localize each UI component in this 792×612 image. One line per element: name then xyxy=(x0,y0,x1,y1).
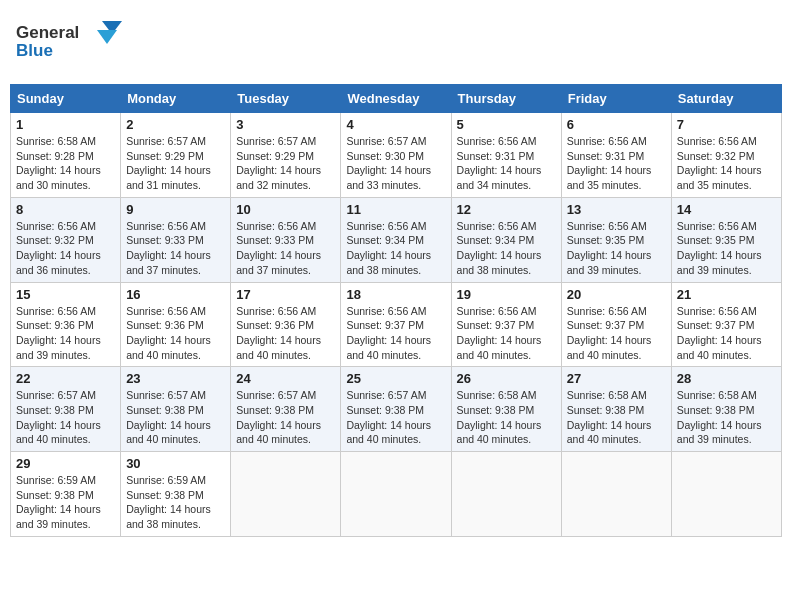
daylight-label: Daylight: 14 hours and 39 minutes. xyxy=(16,334,101,361)
daylight-label: Daylight: 14 hours and 33 minutes. xyxy=(346,164,431,191)
day-number: 24 xyxy=(236,371,335,386)
daylight-label: Daylight: 14 hours and 40 minutes. xyxy=(567,334,652,361)
daylight-label: Daylight: 14 hours and 39 minutes. xyxy=(16,503,101,530)
sunrise-label: Sunrise: 6:57 AM xyxy=(346,135,426,147)
sunset-label: Sunset: 9:38 PM xyxy=(16,404,94,416)
daylight-label: Daylight: 14 hours and 30 minutes. xyxy=(16,164,101,191)
day-info: Sunrise: 6:56 AM Sunset: 9:36 PM Dayligh… xyxy=(16,304,115,363)
week-row-3: 15 Sunrise: 6:56 AM Sunset: 9:36 PM Dayl… xyxy=(11,282,782,367)
day-info: Sunrise: 6:56 AM Sunset: 9:31 PM Dayligh… xyxy=(457,134,556,193)
day-cell: 16 Sunrise: 6:56 AM Sunset: 9:36 PM Dayl… xyxy=(121,282,231,367)
sunset-label: Sunset: 9:35 PM xyxy=(567,234,645,246)
sunset-label: Sunset: 9:29 PM xyxy=(126,150,204,162)
day-info: Sunrise: 6:56 AM Sunset: 9:37 PM Dayligh… xyxy=(346,304,445,363)
day-number: 15 xyxy=(16,287,115,302)
day-number: 26 xyxy=(457,371,556,386)
daylight-label: Daylight: 14 hours and 32 minutes. xyxy=(236,164,321,191)
daylight-label: Daylight: 14 hours and 40 minutes. xyxy=(677,334,762,361)
calendar-header-row: SundayMondayTuesdayWednesdayThursdayFrid… xyxy=(11,85,782,113)
header-cell-tuesday: Tuesday xyxy=(231,85,341,113)
sunset-label: Sunset: 9:38 PM xyxy=(16,489,94,501)
day-info: Sunrise: 6:57 AM Sunset: 9:38 PM Dayligh… xyxy=(346,388,445,447)
day-cell: 1 Sunrise: 6:58 AM Sunset: 9:28 PM Dayli… xyxy=(11,113,121,198)
day-cell: 12 Sunrise: 6:56 AM Sunset: 9:34 PM Dayl… xyxy=(451,197,561,282)
sunrise-label: Sunrise: 6:56 AM xyxy=(126,305,206,317)
sunset-label: Sunset: 9:37 PM xyxy=(677,319,755,331)
daylight-label: Daylight: 14 hours and 40 minutes. xyxy=(567,419,652,446)
sunset-label: Sunset: 9:31 PM xyxy=(567,150,645,162)
sunrise-label: Sunrise: 6:59 AM xyxy=(126,474,206,486)
daylight-label: Daylight: 14 hours and 36 minutes. xyxy=(16,249,101,276)
day-info: Sunrise: 6:58 AM Sunset: 9:38 PM Dayligh… xyxy=(677,388,776,447)
day-cell: 19 Sunrise: 6:56 AM Sunset: 9:37 PM Dayl… xyxy=(451,282,561,367)
day-info: Sunrise: 6:57 AM Sunset: 9:38 PM Dayligh… xyxy=(126,388,225,447)
sunset-label: Sunset: 9:38 PM xyxy=(126,489,204,501)
sunrise-label: Sunrise: 6:56 AM xyxy=(236,220,316,232)
sunrise-label: Sunrise: 6:56 AM xyxy=(346,220,426,232)
day-cell: 6 Sunrise: 6:56 AM Sunset: 9:31 PM Dayli… xyxy=(561,113,671,198)
day-cell: 18 Sunrise: 6:56 AM Sunset: 9:37 PM Dayl… xyxy=(341,282,451,367)
sunset-label: Sunset: 9:37 PM xyxy=(567,319,645,331)
sunrise-label: Sunrise: 6:56 AM xyxy=(677,305,757,317)
header-cell-thursday: Thursday xyxy=(451,85,561,113)
header: General Blue xyxy=(10,10,782,76)
day-info: Sunrise: 6:56 AM Sunset: 9:35 PM Dayligh… xyxy=(567,219,666,278)
daylight-label: Daylight: 14 hours and 39 minutes. xyxy=(677,419,762,446)
day-cell: 9 Sunrise: 6:56 AM Sunset: 9:33 PM Dayli… xyxy=(121,197,231,282)
sunset-label: Sunset: 9:32 PM xyxy=(677,150,755,162)
week-row-5: 29 Sunrise: 6:59 AM Sunset: 9:38 PM Dayl… xyxy=(11,452,782,537)
sunset-label: Sunset: 9:29 PM xyxy=(236,150,314,162)
header-cell-sunday: Sunday xyxy=(11,85,121,113)
daylight-label: Daylight: 14 hours and 38 minutes. xyxy=(457,249,542,276)
day-cell: 24 Sunrise: 6:57 AM Sunset: 9:38 PM Dayl… xyxy=(231,367,341,452)
daylight-label: Daylight: 14 hours and 39 minutes. xyxy=(677,249,762,276)
day-cell: 5 Sunrise: 6:56 AM Sunset: 9:31 PM Dayli… xyxy=(451,113,561,198)
day-cell: 28 Sunrise: 6:58 AM Sunset: 9:38 PM Dayl… xyxy=(671,367,781,452)
day-cell xyxy=(561,452,671,537)
day-cell: 23 Sunrise: 6:57 AM Sunset: 9:38 PM Dayl… xyxy=(121,367,231,452)
header-cell-monday: Monday xyxy=(121,85,231,113)
daylight-label: Daylight: 14 hours and 40 minutes. xyxy=(457,419,542,446)
sunrise-label: Sunrise: 6:56 AM xyxy=(457,305,537,317)
day-info: Sunrise: 6:57 AM Sunset: 9:29 PM Dayligh… xyxy=(236,134,335,193)
calendar-table: SundayMondayTuesdayWednesdayThursdayFrid… xyxy=(10,84,782,537)
day-info: Sunrise: 6:56 AM Sunset: 9:33 PM Dayligh… xyxy=(126,219,225,278)
day-cell: 11 Sunrise: 6:56 AM Sunset: 9:34 PM Dayl… xyxy=(341,197,451,282)
sunrise-label: Sunrise: 6:59 AM xyxy=(16,474,96,486)
day-number: 11 xyxy=(346,202,445,217)
sunrise-label: Sunrise: 6:56 AM xyxy=(567,135,647,147)
sunrise-label: Sunrise: 6:56 AM xyxy=(567,220,647,232)
day-number: 23 xyxy=(126,371,225,386)
day-cell: 30 Sunrise: 6:59 AM Sunset: 9:38 PM Dayl… xyxy=(121,452,231,537)
sunset-label: Sunset: 9:36 PM xyxy=(126,319,204,331)
sunrise-label: Sunrise: 6:56 AM xyxy=(16,220,96,232)
sunset-label: Sunset: 9:38 PM xyxy=(677,404,755,416)
week-row-1: 1 Sunrise: 6:58 AM Sunset: 9:28 PM Dayli… xyxy=(11,113,782,198)
day-cell xyxy=(671,452,781,537)
day-cell: 29 Sunrise: 6:59 AM Sunset: 9:38 PM Dayl… xyxy=(11,452,121,537)
sunset-label: Sunset: 9:38 PM xyxy=(126,404,204,416)
sunset-label: Sunset: 9:31 PM xyxy=(457,150,535,162)
daylight-label: Daylight: 14 hours and 40 minutes. xyxy=(346,334,431,361)
svg-marker-3 xyxy=(97,30,117,44)
sunrise-label: Sunrise: 6:58 AM xyxy=(457,389,537,401)
sunrise-label: Sunrise: 6:57 AM xyxy=(236,389,316,401)
day-cell: 15 Sunrise: 6:56 AM Sunset: 9:36 PM Dayl… xyxy=(11,282,121,367)
daylight-label: Daylight: 14 hours and 38 minutes. xyxy=(346,249,431,276)
day-number: 17 xyxy=(236,287,335,302)
day-cell: 7 Sunrise: 6:56 AM Sunset: 9:32 PM Dayli… xyxy=(671,113,781,198)
sunset-label: Sunset: 9:38 PM xyxy=(346,404,424,416)
day-cell: 20 Sunrise: 6:56 AM Sunset: 9:37 PM Dayl… xyxy=(561,282,671,367)
day-cell: 21 Sunrise: 6:56 AM Sunset: 9:37 PM Dayl… xyxy=(671,282,781,367)
day-cell: 25 Sunrise: 6:57 AM Sunset: 9:38 PM Dayl… xyxy=(341,367,451,452)
day-number: 6 xyxy=(567,117,666,132)
day-cell xyxy=(451,452,561,537)
day-number: 20 xyxy=(567,287,666,302)
day-number: 3 xyxy=(236,117,335,132)
day-number: 9 xyxy=(126,202,225,217)
logo: General Blue xyxy=(14,16,124,70)
week-row-2: 8 Sunrise: 6:56 AM Sunset: 9:32 PM Dayli… xyxy=(11,197,782,282)
day-cell: 2 Sunrise: 6:57 AM Sunset: 9:29 PM Dayli… xyxy=(121,113,231,198)
sunset-label: Sunset: 9:34 PM xyxy=(346,234,424,246)
day-info: Sunrise: 6:56 AM Sunset: 9:34 PM Dayligh… xyxy=(346,219,445,278)
